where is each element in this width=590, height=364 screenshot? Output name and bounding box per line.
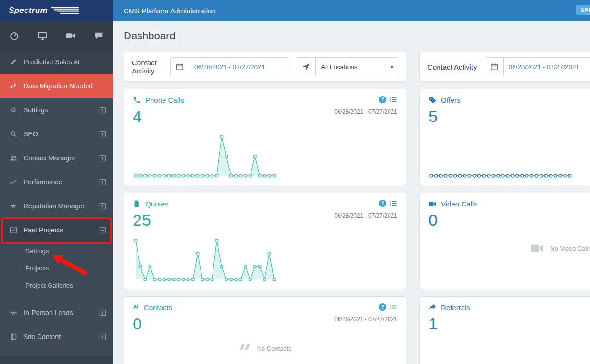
nav-display-icon[interactable]	[28, 21, 57, 50]
list-icon[interactable]	[390, 96, 397, 103]
empty-text: No Video Calls	[550, 245, 590, 252]
sidebar-item-seo[interactable]: SEO	[0, 122, 113, 146]
help-icon[interactable]: ?	[379, 303, 386, 311]
handshake-icon	[9, 309, 18, 316]
nav-chat-icon[interactable]	[85, 21, 113, 50]
metric-value: 5	[428, 107, 590, 126]
list-icon[interactable]	[390, 200, 397, 207]
quote-icon: ”	[239, 350, 251, 356]
video-camera-icon	[530, 241, 544, 255]
video-camera-icon	[428, 200, 437, 208]
expand-plus-icon[interactable]	[99, 131, 106, 138]
help-icon[interactable]: ?	[379, 200, 386, 207]
sidebar-item-label: Reputation Manager	[24, 202, 85, 210]
sidebar-item-settings[interactable]: ⚙ Settings	[0, 98, 113, 122]
metric-value: 0	[428, 211, 590, 230]
calendar-icon-button[interactable]	[171, 58, 189, 76]
metric-card-contacts: ” Contacts ? 0 06/28/2021 - 07/27/2021 ”…	[124, 296, 406, 364]
expand-plus-icon[interactable]	[99, 107, 106, 114]
sidebar-item-label: SEO	[24, 130, 38, 138]
logo-text: Spectrum	[9, 6, 48, 15]
calendar-icon	[176, 63, 184, 71]
metric-date-range: 06/28/2021 - 07/27/2021	[334, 212, 397, 219]
sidebar-item-reputation-manager[interactable]: ★ Reputation Manager	[0, 194, 113, 218]
empty-state-contacts: ” No Contacts	[124, 345, 406, 352]
sidebar-item-label: Site Content	[24, 333, 61, 340]
sidebar-item-label: Contact Manager	[24, 154, 75, 162]
right-column: Contact Activity Offers	[419, 52, 590, 364]
sidebar-item-past-projects[interactable]: Past Projects	[0, 218, 113, 242]
top-bar: Spectrum CMS Platform Administration SPE…	[0, 0, 590, 21]
gear-icon: ⚙	[9, 106, 18, 114]
sidebar-item-label: Data Migration Needed	[24, 82, 93, 90]
spectrum-logo[interactable]: Spectrum	[0, 0, 113, 21]
tag-icon	[428, 96, 437, 104]
expand-plus-icon[interactable]	[99, 179, 106, 186]
pencil-icon	[9, 58, 18, 66]
metric-value: 1	[428, 315, 590, 333]
sidebar-menu: Predictive Sales AI ⇄ Data Migration Nee…	[0, 50, 113, 364]
sidebar-item-site-content[interactable]: Site Content	[0, 325, 113, 349]
file-icon	[133, 200, 141, 208]
calendar-icon	[490, 63, 498, 71]
location-arrow-icon-button[interactable]	[297, 58, 316, 76]
main-content: Dashboard Contact Activity	[113, 21, 590, 364]
contact-activity-filter-right: Contact Activity	[419, 52, 590, 82]
app-title: CMS Platform Administration	[124, 7, 216, 15]
sidebar-item-label: Settings	[24, 106, 48, 114]
sidebar-item-performance[interactable]: Performance	[0, 170, 113, 194]
collapse-minus-icon[interactable]	[99, 227, 106, 234]
metric-title: Contacts	[144, 303, 172, 312]
sidebar-item-in-person-leads[interactable]: In-Person Leads	[0, 301, 113, 325]
metric-date-range: 06/28/2021 - 07/27/2021	[334, 109, 397, 115]
users-icon	[9, 154, 18, 162]
sidebar-subitem-settings[interactable]: Settings	[0, 242, 113, 259]
dashboard-columns: Contact Activity All Locations	[124, 52, 590, 364]
calendar-icon-button[interactable]	[485, 58, 504, 76]
metric-card-quotes: Quotes ? 25 06/28/2021 - 07/27/2021	[124, 193, 406, 289]
check-square-icon	[9, 226, 18, 234]
chart-line-icon	[9, 178, 18, 186]
date-range-input[interactable]	[189, 58, 289, 76]
help-icon[interactable]: ?	[379, 96, 386, 103]
empty-text: No Contacts	[257, 345, 291, 352]
location-arrow-icon	[302, 63, 310, 71]
page-title: Dashboard	[124, 30, 590, 42]
book-icon	[9, 333, 18, 340]
header-badge[interactable]: SPECTRUM	[576, 5, 590, 15]
sidebar-item-predictive-sales-ai[interactable]: Predictive Sales AI	[0, 50, 113, 74]
sidebar-subitem-project-galleries[interactable]: Project Galleries	[0, 277, 113, 294]
exchange-arrows-icon: ⇄	[9, 82, 18, 90]
sidebar-spacer	[0, 294, 113, 301]
expand-plus-icon[interactable]	[99, 203, 106, 210]
sidebar-item-label: In-Person Leads	[24, 309, 73, 316]
list-icon[interactable]	[390, 303, 397, 311]
sidebar-item-contact-manager[interactable]: Contact Manager	[0, 146, 113, 170]
location-group: All Locations ▾	[297, 57, 398, 76]
expand-plus-icon[interactable]	[99, 155, 106, 162]
sidebar-subitem-projects[interactable]: Projects	[0, 259, 113, 277]
share-arrow-icon	[428, 303, 437, 312]
nav-dashboard-icon[interactable]	[0, 21, 28, 50]
phone-calls-chart	[133, 133, 277, 179]
filter-label: Contact Activity	[132, 59, 163, 75]
empty-state-video-calls: No Video Calls	[420, 241, 590, 255]
sidebar-item-data-migration-needed[interactable]: ⇄ Data Migration Needed	[0, 74, 113, 98]
sidebar-item-label: Performance	[24, 178, 62, 186]
date-range-input[interactable]	[504, 58, 590, 76]
location-select[interactable]: All Locations	[316, 58, 398, 76]
metric-card-phone-calls: Phone Calls ? 4 06/28/2021 - 07/27/2021	[124, 89, 406, 185]
search-icon	[9, 130, 18, 138]
nav-video-icon[interactable]	[57, 21, 85, 50]
logo-stripes-icon	[51, 7, 79, 14]
metric-title: Video Calls	[441, 200, 477, 208]
expand-plus-icon[interactable]	[99, 309, 106, 316]
expand-plus-icon[interactable]	[99, 333, 106, 340]
metric-date-range: 06/28/2021 - 07/27/2021	[334, 316, 397, 323]
quotes-chart	[133, 237, 277, 283]
star-icon: ★	[9, 202, 18, 210]
left-column: Contact Activity All Locations	[124, 52, 406, 364]
sidebar: Predictive Sales AI ⇄ Data Migration Nee…	[0, 21, 113, 364]
sidebar-item-partial[interactable]	[0, 356, 113, 364]
app-root: Spectrum CMS Platform Administration SPE…	[0, 0, 590, 364]
